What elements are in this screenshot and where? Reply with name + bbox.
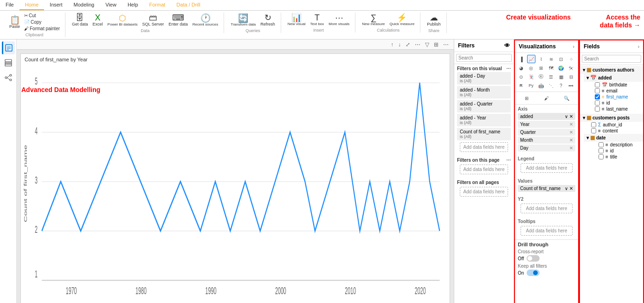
- customers-posts-header[interactable]: ▾ ▦ customers posts: [580, 114, 643, 122]
- viz-card-icon[interactable]: 🃏: [527, 72, 535, 81]
- tab-data-drill[interactable]: Data / Drill: [171, 0, 206, 10]
- filter-item-count-firstname[interactable]: Count of first_name is (All): [457, 128, 511, 140]
- viz-matrix-icon[interactable]: ⊟: [567, 72, 575, 81]
- tab-file[interactable]: File: [0, 0, 19, 10]
- tab-format[interactable]: Format: [144, 0, 171, 10]
- viz-area-chart-icon[interactable]: ⌇: [537, 55, 545, 63]
- copy-button[interactable]: 📄 Copy: [23, 19, 61, 25]
- date-id-checkbox[interactable]: [599, 148, 604, 153]
- format-painter-button[interactable]: 🖌 Format painter: [23, 26, 61, 32]
- added-field-group[interactable]: ▾ 📅 added: [584, 74, 643, 82]
- customers-authors-header[interactable]: ▾ ▦ customers authors: [580, 66, 643, 74]
- filters-search-input[interactable]: [456, 54, 512, 62]
- field-title[interactable]: ≡ title: [591, 154, 643, 160]
- viz-axis-dropdown[interactable]: added ∨ ✕: [518, 113, 575, 120]
- viz-gauge-icon[interactable]: ⊙: [517, 72, 525, 81]
- filter-item-added-day[interactable]: added - Day is (All): [457, 72, 511, 85]
- filter-item-added-quarter[interactable]: added - Quarter is (All): [457, 100, 511, 112]
- viz-legend-add-fields[interactable]: Add data fields here: [521, 163, 573, 173]
- powerbi-datasets-button[interactable]: ⬡ Power BI datasets: [106, 13, 140, 27]
- tab-insert[interactable]: Insert: [44, 0, 68, 10]
- remove-quarter-btn[interactable]: ✕: [569, 130, 573, 135]
- title-checkbox[interactable]: [599, 154, 604, 159]
- transform-data-button[interactable]: 🔄 Transform data: [229, 13, 258, 27]
- viz-donut-icon[interactable]: ◎: [527, 64, 535, 72]
- lastname-checkbox[interactable]: [595, 106, 600, 112]
- field-content[interactable]: ≡ content: [584, 128, 643, 134]
- viz-pie-icon[interactable]: ◕: [517, 64, 525, 72]
- keep-filters-toggle[interactable]: [527, 270, 540, 276]
- filter-item-added-month[interactable]: added - Month is (All): [457, 86, 511, 99]
- viz-more-icon[interactable]: •••: [567, 81, 575, 90]
- field-email[interactable]: ≡ email: [587, 88, 643, 94]
- fields-panel-arrow[interactable]: ›: [638, 44, 639, 49]
- report-view-icon[interactable]: [2, 41, 15, 54]
- filters-expand-icon[interactable]: ⋯: [506, 66, 511, 71]
- viz-ai-icon[interactable]: 🤖: [537, 81, 545, 90]
- viz-y2-add-fields[interactable]: Add data fields here: [521, 204, 573, 213]
- sql-server-button[interactable]: 🗃 SQL Server: [141, 13, 166, 27]
- remove-month-btn[interactable]: ✕: [569, 138, 573, 143]
- content-checkbox[interactable]: [591, 128, 596, 133]
- text-box-button[interactable]: T Text box: [308, 13, 326, 27]
- refresh-button[interactable]: ↻ Refresh: [258, 13, 277, 27]
- filters-page-icon[interactable]: ⋯: [506, 158, 511, 163]
- toolbar-more[interactable]: ⋯: [413, 41, 422, 48]
- email-checkbox[interactable]: [595, 88, 600, 93]
- quick-measure-button[interactable]: ⚡ Quick measure: [388, 13, 417, 27]
- viz-line-chart-icon[interactable]: 📈: [527, 55, 535, 63]
- publish-button[interactable]: ☁ Publish: [425, 13, 443, 27]
- field-date-id[interactable]: ≡ id: [591, 148, 643, 154]
- remove-year-btn[interactable]: ✕: [569, 122, 573, 127]
- viz-qna-icon[interactable]: ?: [557, 81, 565, 90]
- viz-format-tab[interactable]: 🖌: [542, 94, 551, 102]
- viz-map-icon[interactable]: 🗺: [547, 64, 555, 72]
- tab-modeling[interactable]: Modeling: [68, 0, 100, 10]
- tab-home[interactable]: Home: [19, 0, 44, 10]
- id-checkbox[interactable]: [595, 100, 600, 105]
- new-visual-button[interactable]: 📊 New visual: [286, 13, 308, 27]
- filters-allpages-add-fields[interactable]: Add data fields here: [460, 187, 508, 197]
- viz-waterfall-icon[interactable]: ⊡: [557, 55, 565, 63]
- field-lastname[interactable]: ≡ last_name: [587, 106, 643, 112]
- viz-table-icon[interactable]: ▦: [557, 72, 565, 81]
- viz-values-field[interactable]: Count of first_name ∨ ✕: [518, 185, 575, 192]
- excel-button[interactable]: X Excel: [91, 13, 105, 27]
- more-visuals-button[interactable]: ⋯ More visuals: [327, 13, 351, 27]
- cross-report-toggle[interactable]: [527, 255, 540, 262]
- model-view-icon[interactable]: [2, 71, 15, 84]
- enter-data-button[interactable]: ⌨ Enter data: [167, 13, 190, 27]
- toolbar-filter[interactable]: ▽: [424, 41, 431, 48]
- toolbar-down-arrow[interactable]: ↓: [397, 41, 402, 48]
- viz-analytics-tab[interactable]: 🔍: [562, 94, 571, 102]
- filters-page-add-fields[interactable]: Add data fields here: [460, 165, 508, 174]
- field-author-id[interactable]: Σ author_id: [584, 122, 643, 128]
- viz-funnel-icon[interactable]: ⏧: [567, 64, 575, 72]
- viz-python-icon[interactable]: Py: [527, 81, 535, 90]
- toolbar-expand[interactable]: ⤢: [404, 41, 412, 48]
- birthdate-checkbox[interactable]: [595, 82, 600, 87]
- toolbar-up-arrow[interactable]: ↑: [389, 41, 395, 48]
- viz-kpi-icon[interactable]: Ⓚ: [537, 72, 545, 81]
- field-firstname[interactable]: ≡ first_name: [587, 94, 643, 100]
- viz-decomp-icon[interactable]: ⋱: [547, 81, 555, 90]
- new-measure-button[interactable]: ∑ New measure: [360, 13, 386, 27]
- viz-slicer-icon[interactable]: ☰: [547, 72, 555, 81]
- field-birthdate[interactable]: 📅 birthdate: [587, 82, 643, 88]
- fields-search-input[interactable]: [582, 55, 641, 63]
- tab-help[interactable]: Help: [122, 0, 144, 10]
- get-data-button[interactable]: 🗄 Get data: [70, 13, 90, 27]
- viz-fields-tab[interactable]: ⊞: [522, 94, 531, 102]
- viz-filled-map-icon[interactable]: 🌍: [557, 64, 565, 72]
- viz-treemap-icon[interactable]: ⊞: [537, 64, 545, 72]
- viz-r-script-icon[interactable]: R: [517, 81, 525, 90]
- viz-tooltips-add-fields[interactable]: Add data fields here: [521, 226, 573, 236]
- filter-item-added-year[interactable]: added - Year is (All): [457, 114, 511, 126]
- filters-visual-add-fields[interactable]: Add data fields here: [460, 142, 508, 152]
- viz-scatter-icon[interactable]: ⁘: [567, 55, 575, 63]
- firstname-checkbox[interactable]: [595, 94, 600, 99]
- field-id[interactable]: ≡ id: [587, 100, 643, 106]
- viz-ribbon-chart-icon[interactable]: ≋: [547, 55, 555, 63]
- viz-panel-arrow[interactable]: ›: [573, 44, 574, 49]
- viz-bar-chart-icon[interactable]: ▐: [517, 55, 525, 63]
